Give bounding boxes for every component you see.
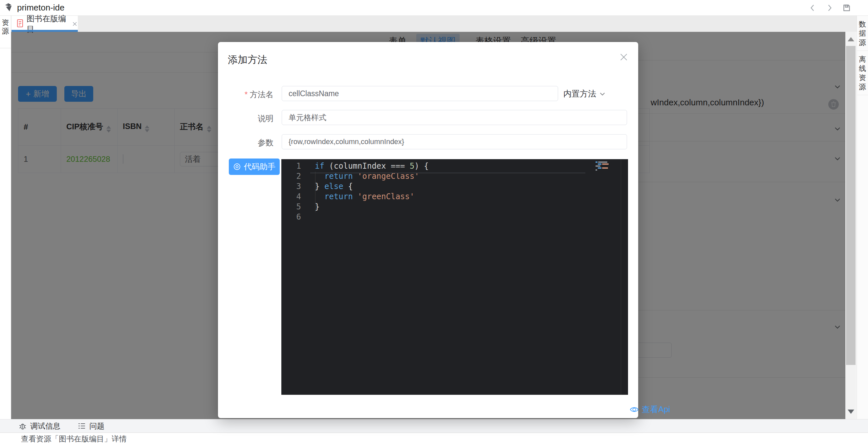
debug-info-tab[interactable]: 调试信息 xyxy=(19,421,60,431)
bottom-panel: 调试信息 问题 xyxy=(0,419,868,433)
tab-book-cip[interactable]: 图书在版编目 xyxy=(11,16,78,32)
indent-guide xyxy=(315,172,315,212)
save-icon[interactable] xyxy=(842,4,851,12)
code-line[interactable]: 6 xyxy=(281,212,628,222)
builtin-method-dropdown[interactable]: 内置方法 xyxy=(563,88,606,99)
sidebar-item-offline-resources[interactable]: 离线资源 xyxy=(857,51,868,95)
params-label: 参数 xyxy=(224,137,274,148)
add-method-dialog: 添加方法 方法名 内置方法 说明 参数 代码助手 1if (columnInde… xyxy=(218,42,638,418)
status-text: 查看资源「图书在版编目」详情 xyxy=(21,434,127,444)
right-rail: 数据源 离线资源 xyxy=(857,16,868,433)
sidebar-item-datasource[interactable]: 数据源 xyxy=(857,16,868,51)
description-label: 说明 xyxy=(224,113,274,124)
code-line[interactable]: 5} xyxy=(281,202,628,212)
method-name-input[interactable] xyxy=(282,86,558,101)
minimap[interactable] xyxy=(595,161,611,171)
vertical-scrollbar[interactable] xyxy=(845,32,856,419)
title-bar: primeton-ide xyxy=(0,0,868,16)
left-rail: 资源 xyxy=(0,16,11,419)
sidebar-item-resources[interactable]: 资源 xyxy=(0,16,11,48)
close-icon[interactable] xyxy=(619,53,628,62)
code-line[interactable]: 3} else { xyxy=(281,182,628,192)
list-icon xyxy=(78,422,86,430)
minimap-separator xyxy=(621,159,621,395)
scroll-down-icon[interactable] xyxy=(848,410,854,414)
description-input[interactable] xyxy=(282,110,627,125)
doc-tab-bar: 图书在版编目 xyxy=(11,16,868,32)
tab-close-icon[interactable] xyxy=(72,21,78,27)
code-editor[interactable]: 1if (columnIndex === 5) {2 return 'orang… xyxy=(281,159,628,395)
primeton-logo-icon xyxy=(4,2,14,13)
params-input[interactable] xyxy=(282,134,627,149)
code-line[interactable]: 4 return 'greenClass' xyxy=(281,192,628,202)
code-assistant-button[interactable]: 代码助手 xyxy=(229,159,280,175)
tab-label: 图书在版编目 xyxy=(27,13,68,34)
code-line[interactable]: 1if (columnIndex === 5) { xyxy=(281,161,628,171)
status-bar: 查看资源「图书在版编目」详情 xyxy=(0,433,868,445)
method-name-label: 方法名 xyxy=(224,89,274,100)
back-icon[interactable] xyxy=(808,4,817,12)
app-window: primeton-ide 资源 图书在版编目 数据源 离线资源 xyxy=(0,0,868,445)
document-icon xyxy=(17,19,23,29)
assistant-icon xyxy=(233,163,241,171)
chevron-down-icon xyxy=(599,90,606,97)
code-lines[interactable]: 1if (columnIndex === 5) {2 return 'orang… xyxy=(281,161,628,222)
forward-icon[interactable] xyxy=(825,4,834,12)
titlebar-actions xyxy=(808,0,851,16)
eye-icon xyxy=(630,406,639,413)
problems-tab[interactable]: 问题 xyxy=(78,421,104,431)
scroll-up-icon[interactable] xyxy=(848,37,854,41)
bug-icon xyxy=(19,422,27,430)
current-line-border xyxy=(310,172,585,173)
view-api-link[interactable]: 查看Api xyxy=(630,404,670,415)
scrollbar-thumb[interactable] xyxy=(846,46,856,365)
dialog-title: 添加方法 xyxy=(228,53,267,67)
app-title: primeton-ide xyxy=(17,3,65,13)
